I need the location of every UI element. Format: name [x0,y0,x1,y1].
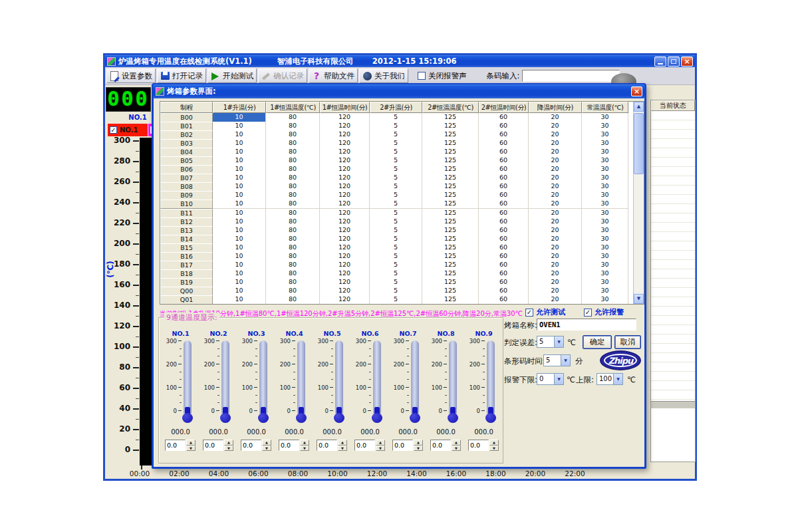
spinner-down-button[interactable]: ▼ [489,446,499,452]
row-header[interactable]: B07 [160,174,213,183]
table-cell[interactable]: 80 [266,261,320,270]
row-header[interactable]: B12 [160,217,213,227]
spinner-down-button[interactable]: ▼ [376,446,385,452]
table-cell[interactable]: 5 [370,287,422,296]
table-cell[interactable]: 80 [266,130,320,140]
table-cell[interactable]: 30 [582,243,628,253]
table-cell[interactable]: 20 [529,113,582,122]
table-cell[interactable]: 80 [266,278,320,287]
table-cell[interactable]: 10 [213,278,266,287]
table-cell[interactable]: 20 [529,130,582,140]
table-cell[interactable]: 125 [422,235,479,244]
window-close-button[interactable]: × [681,57,693,66]
thermo-setpoint-input[interactable] [279,440,299,451]
table-cell[interactable]: 125 [422,191,479,200]
table-cell[interactable]: 120 [320,287,370,296]
spinner-down-button[interactable]: ▼ [186,446,196,452]
toolbar-button-settings[interactable]: 设置参数 [106,68,156,83]
table-cell[interactable]: 5 [370,209,422,218]
table-cell[interactable]: 20 [529,287,582,296]
thermo-setpoint-input[interactable] [392,440,413,451]
column-header[interactable]: 2#升温(分) [370,102,422,113]
table-cell[interactable]: 80 [266,226,320,235]
table-cell[interactable]: 60 [479,148,529,157]
table-cell[interactable]: 10 [213,165,266,174]
table-cell[interactable]: 120 [320,165,370,174]
table-cell[interactable]: 30 [582,252,628,261]
spinner-up-button[interactable]: ▲ [300,440,309,446]
table-cell[interactable]: 20 [529,122,582,131]
table-cell[interactable]: 10 [213,182,266,192]
table-cell[interactable]: 60 [479,139,529,148]
table-cell[interactable]: 30 [582,235,628,244]
table-cell[interactable]: 10 [213,252,266,261]
table-cell[interactable]: 5 [370,122,422,131]
table-cell[interactable]: 20 [529,156,582,166]
table-cell[interactable]: 120 [320,139,370,148]
scrollbar-up-button[interactable]: ▲ [634,102,644,112]
table-cell[interactable]: 80 [266,148,320,157]
row-header[interactable]: B10 [160,200,213,209]
scrollbar-thumb[interactable] [634,113,644,174]
table-cell[interactable]: 30 [582,209,628,218]
table-cell[interactable]: 30 [582,148,628,157]
table-cell[interactable]: 125 [422,269,479,279]
toolbar-button-help[interactable]: 帮助文件 [309,68,358,83]
table-cell[interactable]: 125 [422,243,479,253]
table-cell[interactable]: 120 [320,235,370,244]
table-cell[interactable]: 60 [479,278,529,287]
table-cell[interactable]: 10 [213,174,266,183]
table-cell[interactable]: 20 [529,252,582,261]
minimize-button[interactable] [654,57,666,66]
spinner-down-button[interactable]: ▼ [224,446,233,452]
table-cell[interactable]: 125 [422,148,479,157]
row-header[interactable]: B16 [160,252,213,261]
spinner-up-button[interactable]: ▲ [186,440,196,446]
table-cell[interactable]: 125 [422,217,479,227]
row-header[interactable]: B11 [160,209,213,218]
table-cell[interactable]: 30 [582,113,628,122]
row-header[interactable]: B01 [160,122,213,131]
table-cell[interactable]: 30 [582,156,628,166]
column-header[interactable]: 制程 [160,102,213,113]
row-header[interactable]: B02 [160,130,213,140]
table-cell[interactable]: 20 [529,209,582,218]
table-cell[interactable]: 20 [529,295,582,305]
table-cell[interactable]: 80 [266,182,320,192]
spinner-up-button[interactable]: ▲ [262,440,271,446]
table-cell[interactable]: 30 [582,200,628,209]
barcode-time-combo[interactable]: 5 ▼ [543,354,571,366]
table-cell[interactable]: 20 [529,243,582,253]
thermo-setpoint-input[interactable] [203,440,223,451]
table-cell[interactable]: 80 [266,235,320,244]
row-header[interactable]: B14 [160,235,213,244]
table-cell[interactable]: 30 [582,226,628,235]
table-cell[interactable]: 20 [529,182,582,192]
table-cell[interactable]: 10 [213,226,266,235]
allow-alarm-checkbox[interactable]: ✓ 允许报警 [584,307,624,317]
row-header[interactable]: B00 [160,113,213,122]
table-cell[interactable]: 10 [213,113,266,122]
table-cell[interactable]: 20 [529,269,582,279]
table-cell[interactable]: 30 [582,287,628,296]
chevron-down-icon[interactable]: ▼ [613,374,622,384]
table-cell[interactable]: 80 [266,191,320,200]
table-cell[interactable]: 80 [266,200,320,209]
table-cell[interactable]: 125 [422,113,479,122]
table-cell[interactable]: 30 [582,130,628,140]
thermo-setpoint-input[interactable] [241,440,261,451]
table-cell[interactable]: 5 [370,295,422,305]
table-cell[interactable]: 5 [370,156,422,166]
status-list-scrollbar[interactable] [651,401,695,408]
column-header[interactable]: 1#恒温温度(℃) [266,102,320,113]
table-cell[interactable]: 60 [479,122,529,131]
column-header[interactable]: 2#恒温时间(分) [479,102,529,113]
table-cell[interactable]: 125 [422,130,479,140]
table-cell[interactable]: 120 [320,130,370,140]
table-cell[interactable]: 20 [529,217,582,227]
table-cell[interactable]: 120 [320,209,370,218]
table-cell[interactable]: 10 [213,269,266,279]
row-header[interactable]: B18 [160,269,213,279]
table-cell[interactable]: 60 [479,130,529,140]
table-scrollbar[interactable]: ▲ ▼ [633,102,644,304]
